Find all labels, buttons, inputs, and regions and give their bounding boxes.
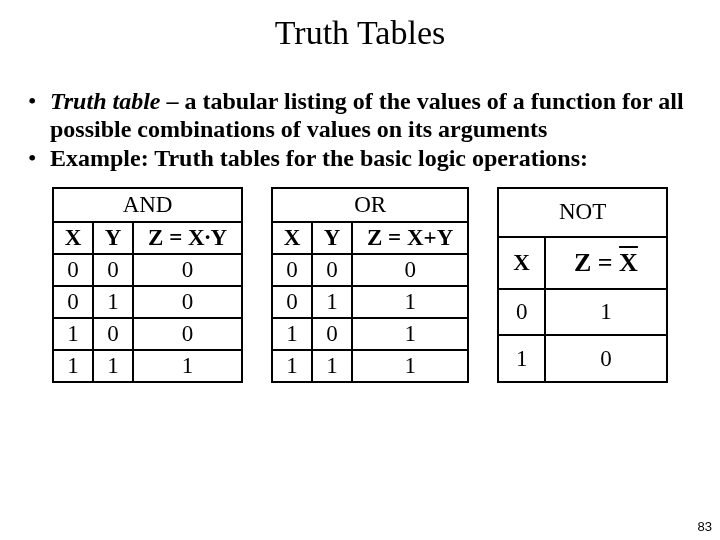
table-row: X Y Z = X+Y: [272, 222, 468, 254]
table-row: 0 1 1: [272, 286, 468, 318]
table-row: AND: [53, 188, 242, 222]
term: Truth table: [50, 88, 160, 114]
cell: 1: [312, 286, 352, 318]
table-row: 0 0 0: [53, 254, 242, 286]
bullet-icon: •: [28, 145, 50, 173]
bullet-icon: •: [28, 88, 50, 143]
col-header: Z = X·Y: [133, 222, 242, 254]
list-item: • Truth table – a tabular listing of the…: [28, 88, 692, 143]
not-table: NOT X Z = X 0 1 1 0: [497, 187, 668, 383]
page-number: 83: [698, 519, 712, 534]
table-row: X Y Z = X·Y: [53, 222, 242, 254]
cell: 0: [352, 254, 468, 286]
cell: 0: [53, 286, 93, 318]
cell: 0: [272, 254, 312, 286]
table-row: 0 0 0: [272, 254, 468, 286]
table-row: 1 0 0: [53, 318, 242, 350]
page-title: Truth Tables: [0, 0, 720, 52]
cell: 0: [93, 254, 133, 286]
col-header: Y: [312, 222, 352, 254]
table-row: X Z = X: [498, 237, 667, 289]
table-row: 1 0: [498, 335, 667, 381]
table-row: 0 1 0: [53, 286, 242, 318]
slide: Truth Tables • Truth table – a tabular l…: [0, 0, 720, 540]
col-header: X: [498, 237, 545, 289]
table-row: 1 1 1: [272, 350, 468, 382]
cell: 1: [272, 350, 312, 382]
col-header: X: [53, 222, 93, 254]
tables-container: AND X Y Z = X·Y 0 0 0 0 1 0 1 0 0: [0, 187, 720, 383]
cell: 0: [498, 289, 545, 335]
x-overline: X: [619, 248, 638, 277]
cell: 1: [53, 318, 93, 350]
cell: 1: [352, 286, 468, 318]
table-row: OR: [272, 188, 468, 222]
cell: 1: [272, 318, 312, 350]
cell: 0: [272, 286, 312, 318]
bullet-list: • Truth table – a tabular listing of the…: [28, 88, 692, 173]
table-row: 1 1 1: [53, 350, 242, 382]
table-row: NOT: [498, 188, 667, 237]
table-caption: NOT: [498, 188, 667, 237]
cell: 1: [352, 350, 468, 382]
cell: 1: [133, 350, 242, 382]
cell: 0: [545, 335, 667, 381]
cell: 0: [93, 318, 133, 350]
cell: 1: [93, 350, 133, 382]
cell: 1: [93, 286, 133, 318]
or-table: OR X Y Z = X+Y 0 0 0 0 1 1 1 0 1: [271, 187, 469, 383]
z-equals-label: Z =: [574, 248, 619, 277]
col-header: X: [272, 222, 312, 254]
table-row: 1 0 1: [272, 318, 468, 350]
cell: 0: [312, 254, 352, 286]
list-item-text: Example: Truth tables for the basic logi…: [50, 145, 588, 173]
col-header: Z = X+Y: [352, 222, 468, 254]
list-item: • Example: Truth tables for the basic lo…: [28, 145, 692, 173]
and-table: AND X Y Z = X·Y 0 0 0 0 1 0 1 0 0: [52, 187, 243, 383]
table-caption: OR: [272, 188, 468, 222]
example-label: Example: Truth tables for the basic logi…: [50, 145, 588, 171]
cell: 0: [133, 286, 242, 318]
cell: 0: [312, 318, 352, 350]
col-header: Y: [93, 222, 133, 254]
cell: 0: [133, 318, 242, 350]
list-item-text: Truth table – a tabular listing of the v…: [50, 88, 692, 143]
cell: 1: [545, 289, 667, 335]
table-caption: AND: [53, 188, 242, 222]
col-header: Z = X: [545, 237, 667, 289]
cell: 1: [53, 350, 93, 382]
cell: 0: [53, 254, 93, 286]
cell: 0: [133, 254, 242, 286]
cell: 1: [352, 318, 468, 350]
cell: 1: [312, 350, 352, 382]
cell: 1: [498, 335, 545, 381]
table-row: 0 1: [498, 289, 667, 335]
